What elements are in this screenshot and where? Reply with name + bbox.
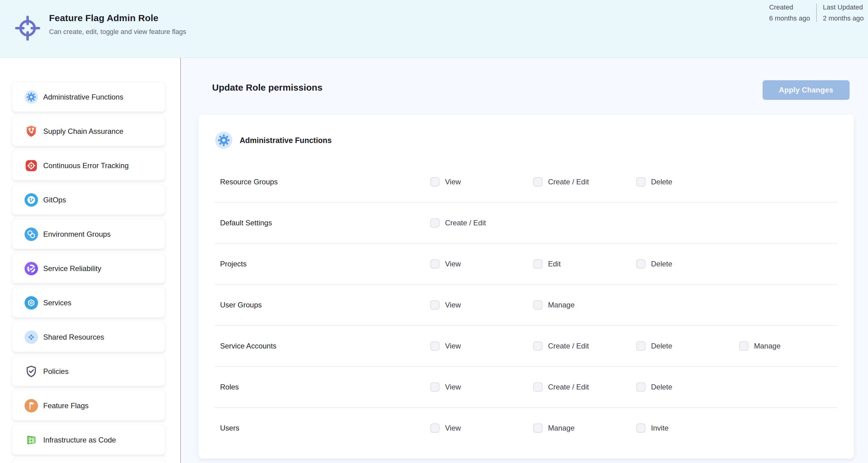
shield-check-icon <box>25 365 38 378</box>
permission-label: Manage <box>548 424 575 432</box>
permissions-group-title: Administrative Functions <box>240 136 332 145</box>
sidebar-item-infrastructure-as-code[interactable]: Infrastructure as Code <box>12 425 165 455</box>
main-content: Update Role permissions Apply Changes Ad… <box>181 58 868 463</box>
permission-checkbox[interactable] <box>533 424 542 433</box>
permission-label: Create / Edit <box>548 342 589 350</box>
permission-checkbox[interactable] <box>533 341 542 351</box>
sidebar-item-gitops[interactable]: GitOps <box>12 185 165 214</box>
permission-checkbox[interactable] <box>430 259 439 269</box>
hexagon-service-icon <box>25 296 38 309</box>
permission-checkbox[interactable] <box>636 383 646 392</box>
permission-label: View <box>445 383 461 391</box>
permission-option-delete: Delete <box>636 383 739 392</box>
created-meta: Created 6 months ago <box>769 3 810 23</box>
permission-checkbox[interactable] <box>533 383 542 392</box>
sidebar-item-label: Continuous Error Tracking <box>43 161 129 170</box>
permission-checkbox[interactable] <box>636 177 646 187</box>
permission-option-delete: Delete <box>636 341 739 351</box>
sidebar-item-label: Administrative Functions <box>43 93 123 101</box>
permission-checkbox[interactable] <box>430 383 439 392</box>
module-sidebar: Administrative Functions Supply Chain As… <box>0 58 181 463</box>
permission-option-view: View <box>430 424 533 433</box>
permission-checkbox[interactable] <box>533 177 542 187</box>
permission-option-view: View <box>430 259 533 269</box>
sidebar-item-feature-flags[interactable]: Feature Flags <box>12 391 165 421</box>
permissions-table: Resource Groups View Create / Edit Delet… <box>215 162 837 448</box>
permission-label: View <box>445 177 461 186</box>
permission-checkbox[interactable] <box>533 259 542 269</box>
permission-label: Create / Edit <box>445 219 486 227</box>
permission-checkbox[interactable] <box>636 341 646 351</box>
permission-option-manage: Manage <box>739 341 842 351</box>
sidebar-item-label: Infrastructure as Code <box>43 436 116 444</box>
permission-option-invite: Invite <box>636 424 739 433</box>
page-title: Feature Flag Admin Role <box>49 13 186 23</box>
permission-checkbox[interactable] <box>533 300 542 309</box>
permission-option-view: View <box>430 341 533 351</box>
sidebar-item-continuous-error-tracking[interactable]: Continuous Error Tracking <box>12 151 165 180</box>
permissions-card: Administrative Functions Resource Groups… <box>198 114 854 459</box>
last-updated-value: 2 months ago <box>823 14 864 23</box>
resource-label: Roles <box>220 383 239 391</box>
permission-option-manage: Manage <box>533 300 636 309</box>
module-list: Administrative Functions Supply Chain As… <box>12 82 165 463</box>
permission-checkbox[interactable] <box>430 300 439 309</box>
sidebar-item-label: Services <box>43 299 71 307</box>
permission-label: Delete <box>651 383 672 391</box>
sidebar-item-services[interactable]: Services <box>12 288 165 318</box>
sidebar-item-supply-chain-assurance[interactable]: Supply Chain Assurance <box>12 117 165 146</box>
permission-label: View <box>445 260 461 268</box>
permission-label: Create / Edit <box>548 177 589 186</box>
sidebar-item-label: Service Reliability <box>43 264 101 273</box>
sidebar-item-policies[interactable]: Policies <box>12 357 165 386</box>
permission-checkbox[interactable] <box>430 341 439 351</box>
permission-checkbox[interactable] <box>636 259 646 269</box>
permission-label: View <box>445 424 461 432</box>
section-heading: Update Role permissions <box>212 82 322 93</box>
permission-checkbox[interactable] <box>430 218 439 228</box>
permission-option-view: View <box>430 383 533 392</box>
permission-row-service-accounts: Service Accounts View Create / Edit Dele… <box>215 326 837 367</box>
sidebar-item-partial[interactable] <box>12 459 165 463</box>
permission-label: Delete <box>651 260 672 268</box>
permission-label: Invite <box>651 424 669 432</box>
apply-changes-button[interactable]: Apply Changes <box>763 80 849 100</box>
role-meta: Created 6 months ago Last Updated 2 mont… <box>769 3 864 23</box>
git-branch-icon <box>25 193 38 207</box>
permission-label: Delete <box>651 342 672 350</box>
permission-option-create-edit: Create / Edit <box>430 218 533 228</box>
role-info: Feature Flag Admin Role Can create, edit… <box>49 13 186 36</box>
permission-checkbox[interactable] <box>739 341 748 351</box>
permission-option-view: View <box>430 177 533 187</box>
role-header: Feature Flag Admin Role Can create, edit… <box>0 0 868 58</box>
permission-option-edit: Edit <box>533 259 636 269</box>
sidebar-item-environment-groups[interactable]: Environment Groups <box>12 219 165 249</box>
created-value: 6 months ago <box>769 14 810 23</box>
permission-row-default-settings: Default Settings Create / Edit <box>215 203 837 244</box>
flag-icon <box>25 399 38 412</box>
resource-label: Projects <box>220 260 247 268</box>
permission-option-create-edit: Create / Edit <box>533 177 636 187</box>
permission-label: Edit <box>548 260 561 268</box>
role-description: Can create, edit, toggle and view featur… <box>49 28 186 36</box>
error-target-icon <box>25 159 38 172</box>
page: Feature Flag Admin Role Can create, edit… <box>0 0 868 463</box>
sidebar-item-administrative-functions[interactable]: Administrative Functions <box>12 82 165 112</box>
permission-checkbox[interactable] <box>430 424 439 433</box>
permission-label: Delete <box>651 177 672 186</box>
sidebar-item-shared-resources[interactable]: Shared Resources <box>12 322 165 352</box>
permission-row-resource-groups: Resource Groups View Create / Edit Delet… <box>215 162 837 203</box>
permission-checkbox[interactable] <box>636 424 646 433</box>
sidebar-item-label: Shared Resources <box>43 333 104 341</box>
permission-checkbox[interactable] <box>430 177 439 187</box>
last-updated-label: Last Updated <box>823 3 864 12</box>
gear-icon <box>25 90 38 104</box>
permission-label: View <box>445 342 461 350</box>
sidebar-item-service-reliability[interactable]: Service Reliability <box>12 254 165 283</box>
sidebar-item-label: Policies <box>43 367 69 376</box>
sidebar-item-label: Environment Groups <box>43 230 111 238</box>
sidebar-item-label: Supply Chain Assurance <box>43 127 124 136</box>
circuit-icon <box>25 433 38 447</box>
permission-row-roles: Roles View Create / Edit Delete <box>215 367 837 408</box>
permission-label: Manage <box>548 301 575 309</box>
